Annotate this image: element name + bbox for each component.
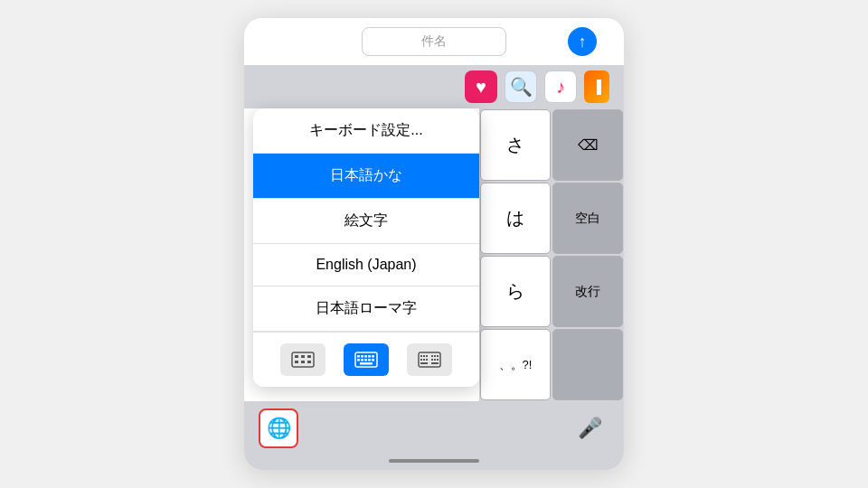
svg-rect-16 — [368, 359, 371, 361]
svg-rect-21 — [423, 355, 425, 357]
svg-rect-9 — [361, 355, 363, 358]
kana-row-1: さ ⌫ — [479, 108, 624, 182]
subject-bar: 件名 ↑ — [244, 18, 624, 65]
menu-item-japanese-romaji[interactable]: 日本語ローマ字 — [253, 286, 479, 332]
svg-rect-20 — [420, 355, 422, 357]
keyboard-type-row — [253, 332, 479, 387]
svg-rect-28 — [426, 359, 428, 361]
home-bar — [389, 459, 479, 463]
send-button[interactable]: ↑ — [568, 27, 597, 56]
svg-rect-33 — [431, 362, 439, 364]
full-keyboard-icon — [354, 351, 379, 369]
svg-rect-6 — [307, 361, 311, 363]
search-app-icon[interactable]: 🔍 — [505, 70, 537, 103]
mic-icon: 🎤 — [578, 417, 602, 440]
svg-rect-10 — [364, 355, 367, 358]
kana-key-empty — [552, 329, 623, 400]
kana-row-2: は 空白 — [479, 182, 624, 255]
kana-key-return[interactable]: 改行 — [552, 256, 623, 327]
svg-rect-22 — [426, 355, 428, 357]
svg-rect-5 — [301, 361, 305, 363]
svg-rect-14 — [361, 359, 363, 361]
kana-key-space[interactable]: 空白 — [552, 183, 623, 254]
svg-rect-15 — [364, 359, 367, 361]
svg-rect-2 — [301, 355, 305, 358]
svg-rect-17 — [372, 359, 374, 361]
menu-item-emoji[interactable]: 絵文字 — [253, 199, 479, 244]
kana-row-4: 、。?! — [479, 328, 624, 401]
kana-key-delete[interactable]: ⌫ — [552, 109, 623, 181]
home-indicator — [244, 455, 624, 470]
kana-key-punctuation[interactable]: 、。?! — [480, 329, 551, 400]
svg-rect-24 — [434, 355, 436, 357]
split-keyboard-icon — [417, 351, 442, 369]
music-app-icon[interactable]: ♪ — [544, 70, 577, 103]
bottom-bar: 🌐 🎤 — [244, 401, 624, 455]
keyboard-area: キーボード設定... 日本語かな 絵文字 English (Japan) 日本語… — [244, 108, 624, 401]
svg-rect-12 — [372, 355, 374, 358]
menu-item-keyboard-settings[interactable]: キーボード設定... — [253, 108, 479, 154]
kana-key-ha[interactable]: は — [480, 183, 551, 254]
svg-rect-4 — [295, 361, 298, 363]
svg-rect-18 — [360, 362, 373, 365]
kana-key-ra[interactable]: ら — [480, 256, 551, 327]
keyboard-dropdown-menu: キーボード設定... 日本語かな 絵文字 English (Japan) 日本語… — [253, 108, 479, 387]
keyboard-type-phone[interactable] — [280, 343, 326, 376]
svg-rect-27 — [423, 359, 425, 361]
keyboard-type-split[interactable] — [407, 343, 452, 376]
app-icons-row: ♥ 🔍 ♪ ▐ — [244, 65, 624, 108]
subject-input[interactable]: 件名 — [362, 27, 506, 56]
svg-rect-3 — [307, 355, 311, 358]
menu-item-english-japan[interactable]: English (Japan) — [253, 244, 479, 286]
svg-rect-26 — [420, 359, 422, 361]
microphone-button[interactable]: 🎤 — [570, 408, 609, 448]
svg-rect-1 — [295, 355, 298, 358]
kana-key-sa[interactable]: さ — [480, 109, 551, 181]
phone-keyboard-icon — [290, 351, 316, 369]
svg-rect-32 — [420, 362, 428, 364]
svg-rect-11 — [368, 355, 371, 358]
other-app-icon[interactable]: ▐ — [584, 70, 609, 103]
heart-app-icon[interactable]: ♥ — [465, 70, 497, 103]
svg-rect-13 — [357, 359, 360, 361]
svg-rect-0 — [292, 352, 314, 367]
phone-container: 件名 ↑ ♥ 🔍 ♪ ▐ キーボード設定... 日本語かな 絵文字 Englis… — [244, 18, 624, 470]
keyboard-type-full[interactable] — [344, 343, 389, 376]
globe-button[interactable]: 🌐 — [259, 408, 298, 448]
svg-rect-31 — [437, 359, 439, 361]
svg-rect-8 — [357, 355, 360, 358]
svg-rect-29 — [431, 359, 433, 361]
globe-icon: 🌐 — [267, 417, 291, 440]
svg-rect-23 — [431, 355, 433, 357]
send-icon: ↑ — [579, 33, 587, 52]
menu-item-japanese-kana[interactable]: 日本語かな — [253, 154, 479, 199]
kana-row-3: ら 改行 — [479, 255, 624, 328]
svg-rect-25 — [437, 355, 439, 357]
svg-rect-30 — [434, 359, 436, 361]
kana-keyboard: さ ⌫ は 空白 ら 改行 、。?! — [479, 108, 624, 401]
